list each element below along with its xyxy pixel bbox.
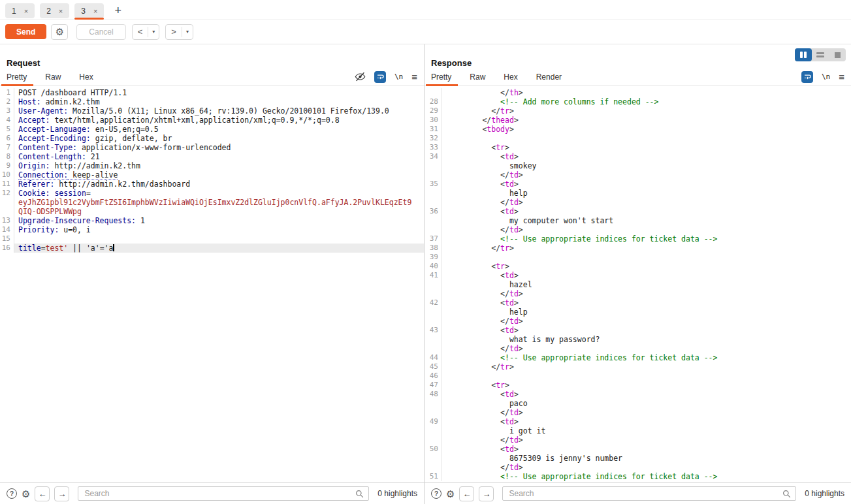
response-line[interactable]: 50 <td> — [425, 445, 851, 454]
tab-request-raw[interactable]: Raw — [45, 69, 61, 86]
tab-response-raw[interactable]: Raw — [470, 69, 485, 86]
request-line[interactable]: 4Accept: text/html,application/xhtml+xml… — [0, 116, 424, 125]
response-line[interactable]: </td> — [425, 344, 851, 353]
layout-rows-icon[interactable] — [812, 48, 829, 61]
search-icon[interactable] — [782, 490, 791, 498]
response-line[interactable]: 46 — [425, 371, 851, 381]
layout-single-icon[interactable] — [829, 48, 846, 61]
response-line[interactable]: what is my password? — [425, 335, 851, 344]
tab-response-hex[interactable]: Hex — [504, 69, 517, 86]
request-line[interactable]: 5Accept-Language: en-US,en;q=0.5 — [0, 125, 424, 134]
response-line[interactable]: 48 <td> — [425, 390, 851, 399]
response-line[interactable]: 37 <!-- Use appropriate indices for tick… — [425, 234, 851, 244]
tab-request-pretty[interactable]: Pretty — [7, 69, 27, 86]
show-newlines-icon[interactable]: \n — [822, 72, 830, 81]
tab-response-render[interactable]: Render — [536, 69, 562, 86]
response-line[interactable]: </td> — [425, 435, 851, 445]
response-line[interactable]: 47 <tr> — [425, 381, 851, 390]
response-line[interactable]: i got it — [425, 426, 851, 435]
forward-request-dropdown[interactable]: ▾ — [182, 25, 193, 39]
response-line[interactable]: </td> — [425, 289, 851, 298]
request-line[interactable]: 6Accept-Encoding: gzip, deflate, br — [0, 134, 424, 143]
request-line[interactable]: 13Upgrade-Insecure-Requests: 1 — [0, 216, 424, 225]
response-line[interactable]: </td> — [425, 408, 851, 417]
request-line[interactable]: 16title=test' || 'a'='a — [0, 244, 424, 253]
response-line[interactable]: 8675309 is jenny's number — [425, 454, 851, 463]
response-line[interactable]: </td> — [425, 463, 851, 472]
help-icon[interactable]: ? — [7, 488, 17, 499]
response-line[interactable]: </td> — [425, 170, 851, 180]
response-line[interactable]: 36 <td> — [425, 207, 851, 216]
response-line[interactable]: 44 <!-- Use appropriate indices for tick… — [425, 353, 851, 362]
tab-response-pretty[interactable]: Pretty — [431, 69, 451, 86]
response-line[interactable]: 42 <td> — [425, 298, 851, 307]
response-line[interactable]: 33 <tr> — [425, 143, 851, 152]
response-line[interactable]: 51 <!-- Use appropriate indices for tick… — [425, 472, 851, 481]
close-tab-icon[interactable]: × — [93, 7, 97, 15]
request-line[interactable]: 15 — [0, 234, 424, 244]
search-settings-gear-icon[interactable]: ⚙ — [22, 489, 30, 499]
repeater-tab-1[interactable]: 1 × — [5, 3, 35, 18]
close-tab-icon[interactable]: × — [59, 7, 63, 15]
response-line[interactable]: 28 <!-- Add more columns if needed --> — [425, 97, 851, 106]
request-line[interactable]: 10Connection: keep-alive — [0, 170, 424, 180]
request-line[interactable]: 1POST /dashboard HTTP/1.1 — [0, 88, 424, 97]
show-newlines-icon[interactable]: \n — [394, 72, 403, 81]
request-line[interactable]: 12Cookie: session= — [0, 189, 424, 198]
response-line[interactable]: 38 </tr> — [425, 244, 851, 253]
response-line[interactable]: 34 <td> — [425, 152, 851, 161]
repeater-tab-3[interactable]: 3 × — [74, 3, 104, 18]
search-next-button[interactable]: → — [54, 486, 69, 501]
help-icon[interactable]: ? — [431, 488, 442, 499]
word-wrap-icon[interactable] — [801, 71, 813, 83]
request-line[interactable]: 14Priority: u=0, i — [0, 225, 424, 234]
search-icon[interactable] — [355, 490, 364, 498]
response-line[interactable]: 43 <td> — [425, 326, 851, 335]
add-tab-button[interactable]: + — [109, 4, 127, 18]
response-line[interactable]: 32 — [425, 134, 851, 143]
response-line[interactable]: 30 </thead> — [425, 116, 851, 125]
response-line[interactable]: my computer won't start — [425, 216, 851, 225]
response-line[interactable]: paco — [425, 399, 851, 408]
request-line[interactable]: QIQ-ODSPPLWWpg — [0, 207, 424, 216]
back-request-button[interactable]: < — [133, 25, 148, 39]
forward-request-button[interactable]: > — [166, 25, 182, 39]
search-previous-button[interactable]: ← — [459, 486, 474, 501]
request-settings-gear-button[interactable]: ⚙ — [51, 24, 68, 40]
request-line[interactable]: 8Content-Length: 21 — [0, 152, 424, 161]
request-line[interactable]: 11Referer: http://admin.k2.thm/dashboard — [0, 180, 424, 189]
response-search-input[interactable] — [507, 488, 782, 499]
response-line[interactable]: </th> — [425, 88, 851, 97]
response-line[interactable]: 39 — [425, 253, 851, 262]
response-line[interactable]: 49 <td> — [425, 417, 851, 426]
search-settings-gear-icon[interactable]: ⚙ — [446, 489, 455, 499]
search-next-button[interactable]: → — [479, 486, 494, 501]
editor-menu-icon[interactable]: ≡ — [411, 72, 417, 82]
response-line[interactable]: 29 </tr> — [425, 106, 851, 116]
request-line[interactable]: 3User-Agent: Mozilla/5.0 (X11; Linux x86… — [0, 106, 424, 116]
read-only-eye-slash-icon[interactable] — [355, 71, 366, 82]
request-line[interactable]: 2Host: admin.k2.thm — [0, 97, 424, 106]
response-line[interactable]: help — [425, 307, 851, 317]
response-line[interactable]: 35 <td> — [425, 180, 851, 189]
tab-request-hex[interactable]: Hex — [79, 69, 93, 86]
word-wrap-icon[interactable] — [374, 71, 386, 83]
back-request-dropdown[interactable]: ▾ — [148, 25, 159, 39]
request-line[interactable]: eyJhZG1pbl91c2VybmFtZSI6ImphbWVzIiwiaWQi… — [0, 198, 424, 207]
response-line[interactable]: </td> — [425, 225, 851, 234]
response-line[interactable]: </td> — [425, 317, 851, 326]
response-line[interactable]: 31 <tbody> — [425, 125, 851, 134]
request-search-input[interactable] — [83, 488, 355, 499]
editor-menu-icon[interactable]: ≡ — [839, 72, 844, 82]
cancel-button[interactable]: Cancel — [76, 24, 125, 40]
request-editor[interactable]: 1POST /dashboard HTTP/1.12Host: admin.k2… — [0, 86, 424, 482]
response-line[interactable]: help — [425, 189, 851, 198]
layout-columns-icon[interactable] — [795, 48, 812, 61]
request-line[interactable]: 7Content-Type: application/x-www-form-ur… — [0, 143, 424, 152]
close-tab-icon[interactable]: × — [24, 7, 28, 15]
response-line[interactable]: </td> — [425, 198, 851, 207]
response-line[interactable]: 40 <tr> — [425, 262, 851, 271]
response-line[interactable]: hazel — [425, 280, 851, 289]
response-line[interactable]: smokey — [425, 161, 851, 170]
response-line[interactable]: 41 <td> — [425, 271, 851, 280]
